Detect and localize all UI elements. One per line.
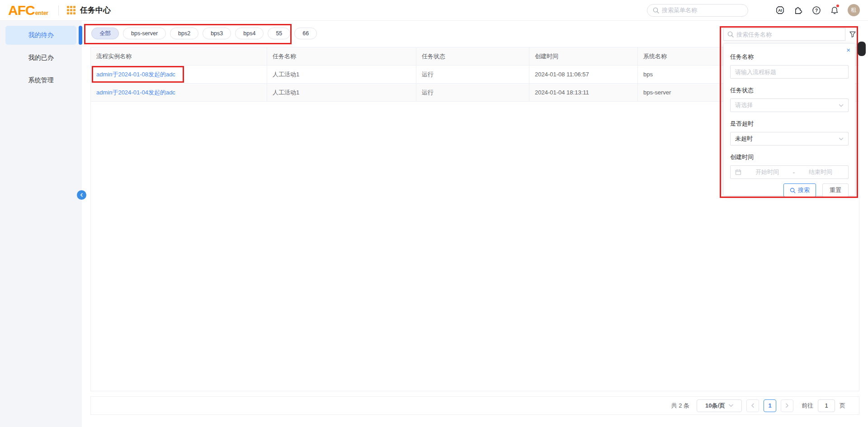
task-name-label: 任务名称 xyxy=(730,53,849,61)
svg-text:AI: AI xyxy=(778,8,782,13)
page-title: 任务中心 xyxy=(80,5,111,15)
search-button[interactable]: 搜索 xyxy=(783,183,816,197)
search-button-label: 搜索 xyxy=(798,186,810,194)
pagination-bar: 共 2 条 10条/页 1 前往 页 xyxy=(90,396,859,415)
page-size-select[interactable]: 10条/页 xyxy=(697,399,742,412)
chevron-down-icon xyxy=(729,404,733,407)
col-header-instance: 流程实例名称 xyxy=(91,47,267,66)
page-size-value: 10条/页 xyxy=(705,402,725,410)
sidebar-collapse-button[interactable] xyxy=(77,190,86,200)
prev-page-button[interactable] xyxy=(746,399,759,412)
task-name-cell: 人工活动1 xyxy=(267,84,416,102)
date-end-placeholder[interactable]: 结束时间 xyxy=(797,168,844,176)
logo-text-main: AFC xyxy=(8,4,35,17)
col-header-status: 任务状态 xyxy=(416,47,529,66)
tab-55[interactable]: 55 xyxy=(268,28,290,39)
plugin-puzzle-icon[interactable] xyxy=(793,5,803,15)
goto-label: 前往 xyxy=(802,402,813,410)
tab-bps-server[interactable]: bps-server xyxy=(123,28,166,39)
next-page-button[interactable] xyxy=(781,399,793,412)
notification-dot xyxy=(836,5,839,7)
logo-text-sub: enter xyxy=(35,10,48,16)
sidebar-active-indicator xyxy=(79,26,82,45)
task-search-field[interactable] xyxy=(736,31,841,38)
user-avatar[interactable]: 租 xyxy=(848,4,860,16)
notification-bell-icon[interactable] xyxy=(830,5,839,15)
filter-dropdown-panel: × 任务名称 任务状态 请选择 是否超时 未超时 创建时间 开始时间 - 结束时… xyxy=(723,43,855,196)
calendar-icon xyxy=(735,169,741,175)
tab-bps4[interactable]: bps4 xyxy=(235,28,264,39)
top-bar: AFC enter 任务中心 AI ? xyxy=(0,0,868,21)
tab-all[interactable]: 全部 xyxy=(91,28,119,39)
sidebar-item-my-done[interactable]: 我的已办 xyxy=(5,48,76,67)
sidebar-item-my-todo[interactable]: 我的待办 xyxy=(5,26,76,45)
date-range-input[interactable]: 开始时间 - 结束时间 xyxy=(730,165,849,179)
created-time-cell: 2024-01-04 18:13:11 xyxy=(529,84,638,102)
process-instance-link[interactable]: admin于2024-01-04发起的adc xyxy=(96,89,175,96)
col-header-created: 创建时间 xyxy=(529,47,638,66)
timeout-select[interactable]: 未超时 xyxy=(730,132,849,145)
chevron-down-icon xyxy=(839,104,844,107)
task-status-cell: 运行 xyxy=(416,66,529,84)
search-icon xyxy=(653,7,659,14)
menu-search-input[interactable] xyxy=(647,4,748,17)
ai-assistant-icon[interactable]: AI xyxy=(775,5,785,15)
app-logo: AFC enter xyxy=(8,4,48,17)
goto-page-input[interactable] xyxy=(818,399,835,412)
help-icon[interactable]: ? xyxy=(811,5,821,15)
chevron-left-icon xyxy=(80,193,84,197)
reset-button-label: 重置 xyxy=(830,186,841,194)
page-unit-label: 页 xyxy=(840,402,845,410)
reset-button[interactable]: 重置 xyxy=(822,183,849,197)
task-search-row xyxy=(723,28,856,41)
process-instance-link[interactable]: admin于2024-01-08发起的adc xyxy=(96,71,175,78)
created-time-label: 创建时间 xyxy=(730,153,849,161)
chevron-down-icon xyxy=(839,137,844,141)
task-status-label: 任务状态 xyxy=(730,86,849,94)
sidebar: 我的待办 我的已办 系统管理 xyxy=(0,21,82,427)
header-divider xyxy=(58,5,59,15)
chevron-left-icon xyxy=(751,403,755,408)
filter-funnel-icon[interactable] xyxy=(849,31,856,38)
svg-text:?: ? xyxy=(815,8,817,13)
tab-66[interactable]: 66 xyxy=(294,28,317,39)
total-count-label: 共 2 条 xyxy=(671,402,689,410)
date-separator: - xyxy=(793,169,795,176)
close-icon[interactable]: × xyxy=(846,47,850,53)
scrollbar-thumb[interactable] xyxy=(858,42,866,56)
timeout-value: 未超时 xyxy=(735,135,753,143)
page-number-button[interactable]: 1 xyxy=(764,399,776,412)
timeout-label: 是否超时 xyxy=(730,120,849,128)
task-status-select[interactable]: 请选择 xyxy=(730,99,849,112)
date-start-placeholder[interactable]: 开始时间 xyxy=(744,168,790,176)
menu-search-field[interactable] xyxy=(662,7,742,14)
apps-grid-icon[interactable] xyxy=(67,6,75,14)
chevron-right-icon xyxy=(785,403,789,408)
system-filter-tabs: 全部 bps-server bps2 bps3 bps4 55 66 xyxy=(91,28,317,39)
tab-bps3[interactable]: bps3 xyxy=(203,28,231,39)
task-search-input-box[interactable] xyxy=(723,28,845,41)
col-header-task: 任务名称 xyxy=(267,47,416,66)
task-status-cell: 运行 xyxy=(416,84,529,102)
task-name-cell: 人工活动1 xyxy=(267,66,416,84)
sidebar-item-system-mgmt[interactable]: 系统管理 xyxy=(5,71,76,90)
search-icon xyxy=(790,188,796,193)
created-time-cell: 2024-01-08 11:06:57 xyxy=(529,66,638,84)
tab-bps2[interactable]: bps2 xyxy=(170,28,198,39)
task-name-input[interactable] xyxy=(730,65,849,79)
search-icon xyxy=(727,31,734,38)
task-status-placeholder: 请选择 xyxy=(735,101,753,109)
